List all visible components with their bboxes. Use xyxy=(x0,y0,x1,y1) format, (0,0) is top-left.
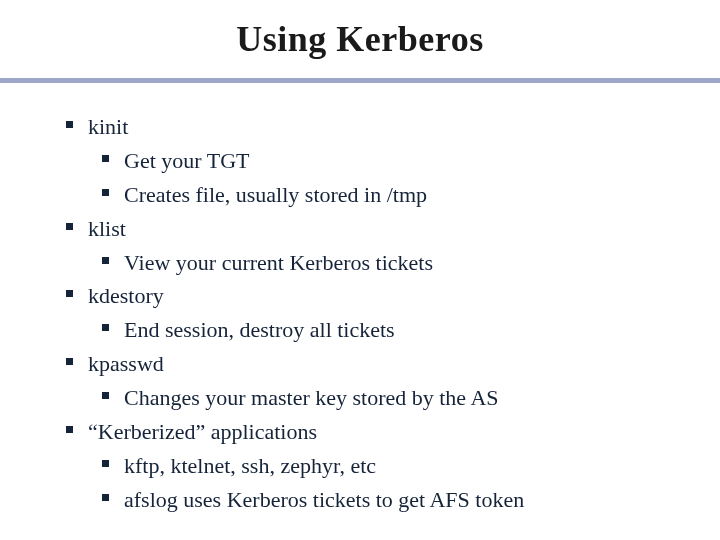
list-item: “Kerberized” applications xyxy=(88,416,650,448)
list-subitem: View your current Kerberos tickets xyxy=(88,247,650,279)
square-bullet-icon xyxy=(102,460,109,467)
square-bullet-icon xyxy=(66,223,73,230)
list-item: kdestory xyxy=(88,280,650,312)
square-bullet-icon xyxy=(102,494,109,501)
list-subitem-label: Changes your master key stored by the AS xyxy=(124,385,499,410)
list-subitem: afslog uses Kerberos tickets to get AFS … xyxy=(88,484,650,516)
slide-title: Using Kerberos xyxy=(0,0,720,78)
list-item-label: klist xyxy=(88,216,126,241)
list-subitem: kftp, ktelnet, ssh, zephyr, etc xyxy=(88,450,650,482)
list-subitem-label: kftp, ktelnet, ssh, zephyr, etc xyxy=(124,453,376,478)
square-bullet-icon xyxy=(102,257,109,264)
square-bullet-icon xyxy=(102,189,109,196)
list-subitem-label: Creates file, usually stored in /tmp xyxy=(124,182,427,207)
list-subitem-label: Get your TGT xyxy=(124,148,249,173)
square-bullet-icon xyxy=(102,392,109,399)
square-bullet-icon xyxy=(66,358,73,365)
list-subitem: Get your TGT xyxy=(88,145,650,177)
list-item-label: “Kerberized” applications xyxy=(88,419,317,444)
list-subitem: Changes your master key stored by the AS xyxy=(88,382,650,414)
list-item: klist xyxy=(88,213,650,245)
list-subitem: End session, destroy all tickets xyxy=(88,314,650,346)
square-bullet-icon xyxy=(66,426,73,433)
square-bullet-icon xyxy=(102,155,109,162)
list-subitem-label: View your current Kerberos tickets xyxy=(124,250,433,275)
list-item: kinit xyxy=(88,111,650,143)
list-subitem-label: afslog uses Kerberos tickets to get AFS … xyxy=(124,487,524,512)
square-bullet-icon xyxy=(102,324,109,331)
list-item-label: kdestory xyxy=(88,283,164,308)
square-bullet-icon xyxy=(66,121,73,128)
list-item: kpasswd xyxy=(88,348,650,380)
list-item-label: kinit xyxy=(88,114,128,139)
square-bullet-icon xyxy=(66,290,73,297)
list-item-label: kpasswd xyxy=(88,351,164,376)
content: kinit Get your TGT Creates file, usually… xyxy=(0,83,720,516)
list-subitem: Creates file, usually stored in /tmp xyxy=(88,179,650,211)
slide: Using Kerberos kinit Get your TGT Create… xyxy=(0,0,720,540)
list-subitem-label: End session, destroy all tickets xyxy=(124,317,395,342)
